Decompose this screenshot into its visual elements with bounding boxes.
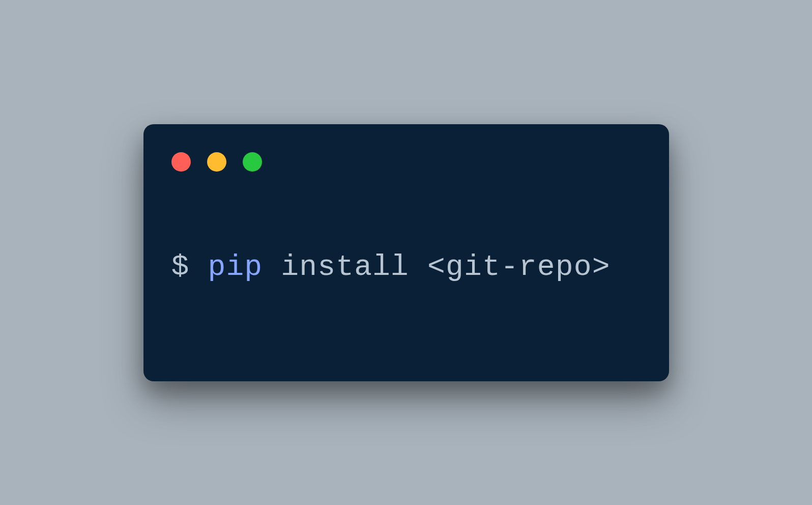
terminal-command: pip: [208, 250, 263, 284]
terminal-content[interactable]: $ pip install <git-repo>: [171, 250, 641, 284]
minimize-icon[interactable]: [207, 152, 226, 172]
maximize-icon[interactable]: [243, 152, 262, 172]
terminal-window: $ pip install <git-repo>: [143, 124, 669, 381]
close-icon[interactable]: [171, 152, 191, 172]
terminal-prompt: $: [171, 250, 208, 284]
window-controls: [171, 152, 641, 172]
terminal-args: install <git-repo>: [263, 250, 610, 284]
